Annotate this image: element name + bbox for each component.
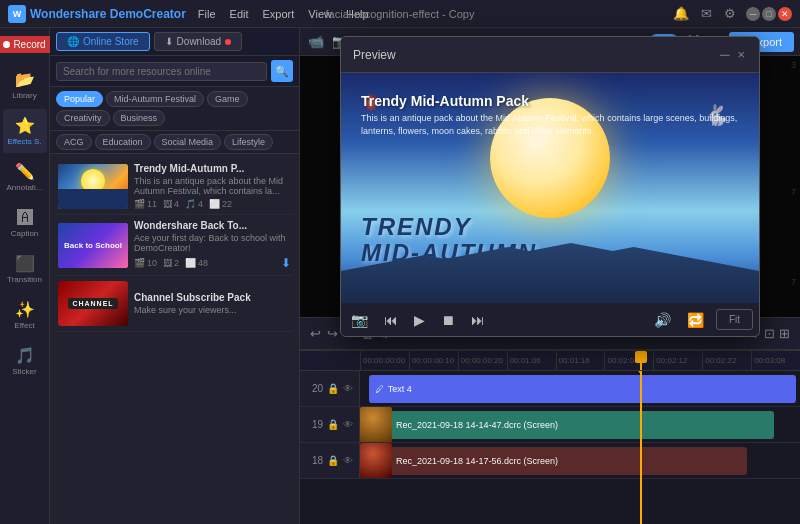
item-meta: 🎬 10 🖼 2 ⬜ 48 ⬇	[134, 256, 291, 270]
preview-skip-forward-button[interactable]: ⏭	[467, 310, 489, 330]
item-title: Wondershare Back To...	[134, 220, 291, 231]
left-toolbar: Record 📂 Library ⭐ Effects S. ✏️ Annotat…	[0, 28, 50, 524]
track-clip-19[interactable]: Rec_2021-09-18 14-14-47.dcrc (Screen)	[360, 411, 774, 439]
settings-icon[interactable]: ⚙	[722, 4, 738, 23]
online-store-label: Online Store	[83, 36, 139, 47]
menu-file[interactable]: File	[192, 6, 222, 22]
pack-desc: This is an antique pack about the Mid Au…	[361, 112, 739, 137]
eye-icon-20[interactable]: 👁	[343, 383, 353, 394]
lock-icon-20[interactable]: 🔒	[327, 383, 339, 394]
playhead[interactable]	[640, 371, 642, 524]
preview-volume-button[interactable]: 🔊	[650, 310, 675, 330]
download-item-button[interactable]: ⬇	[281, 256, 291, 270]
close-button[interactable]: ✕	[778, 7, 792, 21]
search-input[interactable]	[56, 62, 267, 81]
redo-button[interactable]: ↪	[327, 326, 338, 341]
track-number-19: 19	[312, 419, 323, 430]
ruler-mark: 00:00:00:00	[360, 351, 409, 371]
ruler-mark: 00:03:08	[751, 351, 800, 371]
message-icon[interactable]: ✉	[699, 4, 714, 23]
video-area: 3 7 7 Preview ─ ×	[300, 56, 800, 349]
eye-icon-19[interactable]: 👁	[343, 419, 353, 430]
tab-download[interactable]: ⬇ Download	[154, 32, 242, 51]
search-button[interactable]: 🔍	[271, 60, 293, 82]
sidebar-item-transition[interactable]: ⬛ Transition	[3, 247, 47, 291]
track-label-19: 19 🔒 👁	[300, 407, 360, 442]
meta-image: 🖼 4	[163, 199, 179, 209]
maximize-button[interactable]: □	[762, 7, 776, 21]
preview-loop-button[interactable]: 🔁	[683, 310, 708, 330]
sidebar-item-sticker[interactable]: 🎵 Sticker	[3, 339, 47, 383]
item-thumbnail: CHANNEL	[58, 281, 128, 326]
sticker-label: Sticker	[12, 367, 36, 376]
menu-export[interactable]: Export	[257, 6, 301, 22]
preview-fit-button[interactable]: Fit	[716, 309, 753, 330]
screen-record-icon[interactable]: 📹	[306, 32, 326, 51]
effects-label: Effects S.	[7, 137, 41, 146]
preview-play-button[interactable]: ▶	[410, 310, 429, 330]
meta-video: 🎬 11	[134, 199, 157, 209]
sidebar-item-annotations[interactable]: ✏️ Annotati...	[3, 155, 47, 199]
cat-game[interactable]: Game	[207, 91, 248, 107]
ruler-mark: 00:02:12	[653, 351, 702, 371]
pack-title: Trendy Mid-Autumn Pack	[361, 93, 739, 109]
preview-minimize-icon[interactable]: ─	[718, 45, 731, 64]
ruler-mark: 00:01:16	[556, 351, 605, 371]
lock-icon-18[interactable]: 🔒	[327, 455, 339, 466]
sidebar-item-effects[interactable]: ⭐ Effects S.	[3, 109, 47, 153]
full-timeline-button[interactable]: ⊞	[779, 326, 790, 341]
app-logo: W Wondershare DemoCreator	[8, 5, 186, 23]
title-bar: W Wondershare DemoCreator File Edit Expo…	[0, 0, 800, 28]
cat-education[interactable]: Education	[95, 134, 151, 150]
sidebar-item-effect[interactable]: ✨ Effect	[3, 293, 47, 337]
undo-button[interactable]: ↩	[310, 326, 321, 341]
minimize-button[interactable]: ─	[746, 7, 760, 21]
record-label: Record	[13, 39, 45, 50]
track-content-19[interactable]: Rec_2021-09-18 14-14-47.dcrc (Screen)	[360, 407, 800, 442]
record-button[interactable]: Record	[0, 36, 54, 53]
clip-text-18: Rec_2021-09-18 14-17-56.dcrc (Screen)	[396, 456, 558, 466]
list-item[interactable]: CHANNEL Channel Subscribe Pack Make sure…	[54, 276, 295, 332]
eye-icon-18[interactable]: 👁	[343, 455, 353, 466]
notification-icon[interactable]: 🔔	[671, 4, 691, 23]
sidebar-item-library[interactable]: 📂 Library	[3, 63, 47, 107]
cat-social-media[interactable]: Social Media	[154, 134, 222, 150]
meta-audio: 🎵 4	[185, 199, 203, 209]
timeline-tracks: 20 🔒 👁 🖊 Text 4 19 🔒	[300, 371, 800, 524]
caption-icon: 🅰	[17, 209, 33, 227]
video-preview: 3 7 7 Preview ─ ×	[300, 56, 800, 317]
preview-controls: 📷 ⏮ ▶ ⏹ ⏭ 🔊 🔁 Fit	[341, 303, 759, 336]
ruler-marks: 00:00:00:00 00:00:00:10 00:00:00:20 00:0…	[360, 351, 800, 371]
track-content-18[interactable]: Rec_2021-09-18 14-17-56.dcrc (Screen)	[360, 443, 800, 478]
timeline: 00:00:00:00 00:00:00:10 00:00:00:20 00:0…	[300, 349, 800, 524]
list-item[interactable]: Trendy Mid-Autumn P... This is an antiqu…	[54, 158, 295, 215]
playhead-marker	[640, 351, 642, 370]
lock-icon-19[interactable]: 🔒	[327, 419, 339, 430]
meta-image: 🖼 2	[163, 256, 179, 270]
cat-popular[interactable]: Popular	[56, 91, 103, 107]
tab-online-store[interactable]: 🌐 Online Store	[56, 32, 150, 51]
cat-creativity[interactable]: Creativity	[56, 110, 110, 126]
item-title: Channel Subscribe Pack	[134, 292, 291, 303]
cat-lifestyle[interactable]: Lifestyle	[224, 134, 273, 150]
list-item[interactable]: Back to School Wondershare Back To... Ac…	[54, 215, 295, 276]
track-18: 18 🔒 👁 Rec_2021-09-18 14-17-56.dcrc (Scr…	[300, 443, 800, 479]
sidebar-item-caption[interactable]: 🅰 Caption	[3, 201, 47, 245]
fit-timeline-button[interactable]: ⊡	[764, 326, 775, 341]
preview-close-button[interactable]: ×	[735, 45, 747, 64]
cat-business[interactable]: Business	[113, 110, 166, 126]
effects-panel: 🌐 Online Store ⬇ Download 🔍 Popular Mid-…	[50, 28, 300, 524]
item-meta: 🎬 11 🖼 4 🎵 4 ⬜ 22	[134, 199, 291, 209]
cat-acg[interactable]: ACG	[56, 134, 92, 150]
item-info: Wondershare Back To... Ace your first da…	[134, 220, 291, 270]
track-content-20[interactable]: 🖊 Text 4	[360, 371, 800, 406]
menu-edit[interactable]: Edit	[224, 6, 255, 22]
preview-skip-back-button[interactable]: ⏮	[380, 310, 402, 330]
cat-mid-autumn[interactable]: Mid-Autumn Festival	[106, 91, 204, 107]
meta-count: ⬜ 48	[185, 256, 208, 270]
preview-camera-button[interactable]: 📷	[347, 310, 372, 330]
preview-stop-button[interactable]: ⏹	[437, 310, 459, 330]
track-clip-18[interactable]: Rec_2021-09-18 14-17-56.dcrc (Screen)	[360, 447, 747, 475]
sticker-icon: 🎵	[15, 346, 35, 365]
track-clip-20[interactable]: 🖊 Text 4	[369, 375, 796, 403]
